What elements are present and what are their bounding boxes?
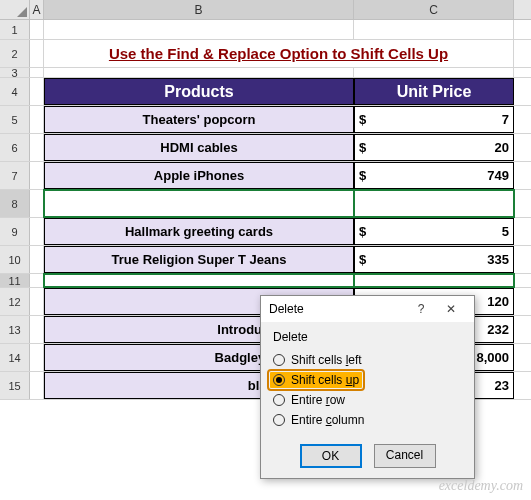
row-header[interactable]: 15 bbox=[0, 372, 30, 399]
cell[interactable] bbox=[30, 274, 44, 287]
cell[interactable] bbox=[30, 288, 44, 315]
product-cell[interactable]: Theaters' popcorn bbox=[44, 106, 354, 133]
radio-icon bbox=[273, 414, 285, 426]
cell[interactable] bbox=[30, 20, 44, 39]
currency: $ bbox=[359, 112, 366, 127]
row-header[interactable]: 12 bbox=[0, 288, 30, 315]
radio-label: Entire row bbox=[291, 393, 345, 407]
radio-label: Shift cells left bbox=[291, 353, 362, 367]
product-cell[interactable]: HDMI cables bbox=[44, 134, 354, 161]
ok-button[interactable]: OK bbox=[300, 444, 362, 468]
price-value: 20 bbox=[495, 140, 509, 155]
row-header[interactable]: 6 bbox=[0, 134, 30, 161]
cell[interactable] bbox=[354, 20, 514, 39]
header-price[interactable]: Unit Price bbox=[354, 78, 514, 105]
row-header[interactable]: 3 bbox=[0, 68, 30, 77]
price-cell[interactable]: $ 7 bbox=[354, 106, 514, 133]
radio-label: Shift cells up bbox=[291, 373, 359, 387]
price-cell[interactable]: $ 335 bbox=[354, 246, 514, 273]
dialog-body: Delete Shift cells left Shift cells up E… bbox=[261, 322, 474, 434]
price-value: 335 bbox=[487, 252, 509, 267]
radio-entire-row[interactable]: Entire row bbox=[273, 390, 462, 410]
price-cell[interactable]: $ 5 bbox=[354, 218, 514, 245]
price-value: 749 bbox=[487, 168, 509, 183]
selected-cell[interactable] bbox=[354, 190, 514, 217]
cell[interactable] bbox=[30, 218, 44, 245]
row-header[interactable]: 8 bbox=[0, 190, 30, 217]
row-header[interactable]: 9 bbox=[0, 218, 30, 245]
dialog-titlebar[interactable]: Delete ? ✕ bbox=[261, 296, 474, 322]
currency: $ bbox=[359, 252, 366, 267]
selected-cell[interactable] bbox=[354, 274, 514, 287]
cell[interactable] bbox=[44, 68, 354, 77]
row-header[interactable]: 13 bbox=[0, 316, 30, 343]
col-header-c[interactable]: C bbox=[354, 0, 514, 19]
dialog-buttons: OK Cancel bbox=[261, 434, 474, 478]
close-icon[interactable]: ✕ bbox=[436, 302, 466, 316]
cell[interactable] bbox=[30, 246, 44, 273]
currency: $ bbox=[359, 224, 366, 239]
radio-shift-left[interactable]: Shift cells left bbox=[273, 350, 462, 370]
group-label: Delete bbox=[273, 330, 462, 344]
row-header[interactable]: 7 bbox=[0, 162, 30, 189]
currency: $ bbox=[359, 140, 366, 155]
price-cell[interactable]: $ 749 bbox=[354, 162, 514, 189]
cancel-button[interactable]: Cancel bbox=[374, 444, 436, 468]
cell[interactable] bbox=[30, 134, 44, 161]
product-cell[interactable]: Hallmark greeting cards bbox=[44, 218, 354, 245]
col-header-a[interactable]: A bbox=[30, 0, 44, 19]
row-header[interactable]: 11 bbox=[0, 274, 30, 287]
row-header[interactable]: 10 bbox=[0, 246, 30, 273]
select-all-corner[interactable] bbox=[0, 0, 30, 19]
cell[interactable] bbox=[44, 20, 354, 39]
radio-icon bbox=[273, 374, 285, 386]
price-cell[interactable]: $ 20 bbox=[354, 134, 514, 161]
column-headers: A B C bbox=[0, 0, 531, 20]
radio-icon bbox=[273, 354, 285, 366]
cell[interactable] bbox=[30, 78, 44, 105]
header-products[interactable]: Products bbox=[44, 78, 354, 105]
col-header-b[interactable]: B bbox=[44, 0, 354, 19]
row-header[interactable]: 5 bbox=[0, 106, 30, 133]
help-icon[interactable]: ? bbox=[406, 302, 436, 316]
radio-icon bbox=[273, 394, 285, 406]
price-value: 5 bbox=[502, 224, 509, 239]
radio-label: Entire column bbox=[291, 413, 364, 427]
product-cell[interactable]: Apple iPhones bbox=[44, 162, 354, 189]
cell[interactable] bbox=[30, 316, 44, 343]
cell[interactable] bbox=[30, 68, 44, 77]
selected-cell[interactable] bbox=[44, 190, 354, 217]
cell[interactable] bbox=[30, 162, 44, 189]
cell[interactable] bbox=[354, 68, 514, 77]
watermark: exceldemy.com bbox=[439, 478, 523, 494]
row-header[interactable]: 14 bbox=[0, 344, 30, 371]
cell[interactable] bbox=[30, 372, 44, 399]
delete-dialog: Delete ? ✕ Delete Shift cells left Shift… bbox=[260, 295, 475, 479]
currency: $ bbox=[359, 168, 366, 183]
product-cell[interactable]: True Religion Super T Jeans bbox=[44, 246, 354, 273]
row-header[interactable]: 2 bbox=[0, 40, 30, 67]
cell[interactable] bbox=[30, 106, 44, 133]
selected-cell[interactable] bbox=[44, 274, 354, 287]
dialog-title-text: Delete bbox=[269, 302, 406, 316]
cell[interactable] bbox=[30, 190, 44, 217]
row-header[interactable]: 1 bbox=[0, 20, 30, 39]
price-value: 7 bbox=[502, 112, 509, 127]
row-header[interactable]: 4 bbox=[0, 78, 30, 105]
cell[interactable] bbox=[30, 40, 44, 67]
cell[interactable] bbox=[30, 344, 44, 371]
radio-entire-column[interactable]: Entire column bbox=[273, 410, 462, 430]
page-title[interactable]: Use the Find & Replace Option to Shift C… bbox=[44, 40, 514, 67]
radio-shift-up[interactable]: Shift cells up bbox=[273, 370, 462, 390]
